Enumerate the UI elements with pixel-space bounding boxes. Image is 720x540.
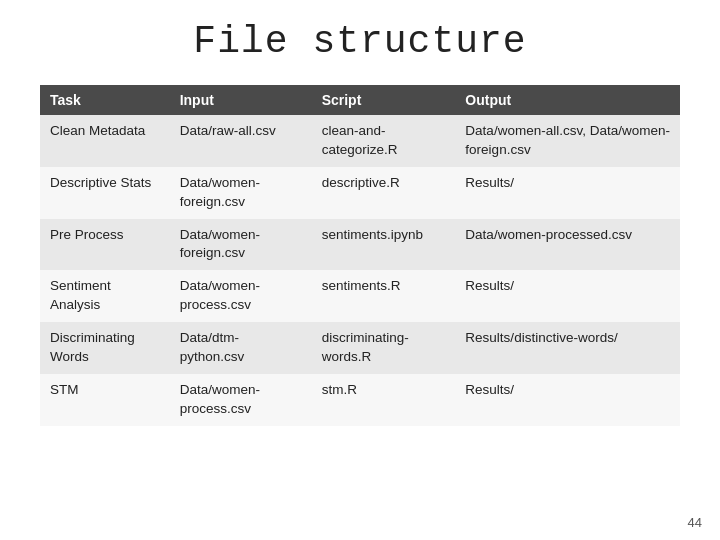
cell-output: Results/	[455, 270, 680, 322]
col-header-output: Output	[455, 85, 680, 115]
cell-output: Data/women-processed.csv	[455, 219, 680, 271]
cell-input: Data/women-foreign.csv	[170, 167, 312, 219]
cell-task: Descriptive Stats	[40, 167, 170, 219]
col-header-input: Input	[170, 85, 312, 115]
cell-input: Data/women-foreign.csv	[170, 219, 312, 271]
cell-output: Results/	[455, 374, 680, 426]
table-row: Clean MetadataData/raw-all.csvclean-and-…	[40, 115, 680, 167]
cell-output: Results/distinctive-words/	[455, 322, 680, 374]
cell-input: Data/dtm-python.csv	[170, 322, 312, 374]
cell-input: Data/women-process.csv	[170, 270, 312, 322]
col-header-task: Task	[40, 85, 170, 115]
cell-task: Pre Process	[40, 219, 170, 271]
cell-script: sentiments.R	[312, 270, 456, 322]
cell-input: Data/raw-all.csv	[170, 115, 312, 167]
cell-script: clean-and-categorize.R	[312, 115, 456, 167]
table-row: Discriminating WordsData/dtm-python.csvd…	[40, 322, 680, 374]
table-header-row: Task Input Script Output	[40, 85, 680, 115]
cell-script: stm.R	[312, 374, 456, 426]
table-row: Pre ProcessData/women-foreign.csvsentime…	[40, 219, 680, 271]
cell-script: sentiments.ipynb	[312, 219, 456, 271]
page-title: File structure	[40, 20, 680, 63]
cell-output: Data/women-all.csv, Data/women-foreign.c…	[455, 115, 680, 167]
cell-script: discriminating-words.R	[312, 322, 456, 374]
cell-task: Discriminating Words	[40, 322, 170, 374]
file-structure-table: Task Input Script Output Clean MetadataD…	[40, 85, 680, 426]
cell-input: Data/women-process.csv	[170, 374, 312, 426]
cell-task: STM	[40, 374, 170, 426]
page-number: 44	[688, 515, 702, 530]
page: File structure Task Input Script Output …	[0, 0, 720, 540]
cell-output: Results/	[455, 167, 680, 219]
cell-task: Clean Metadata	[40, 115, 170, 167]
cell-task: Sentiment Analysis	[40, 270, 170, 322]
table-row: Sentiment AnalysisData/women-process.csv…	[40, 270, 680, 322]
col-header-script: Script	[312, 85, 456, 115]
table-row: STMData/women-process.csvstm.RResults/	[40, 374, 680, 426]
cell-script: descriptive.R	[312, 167, 456, 219]
table-row: Descriptive StatsData/women-foreign.csvd…	[40, 167, 680, 219]
